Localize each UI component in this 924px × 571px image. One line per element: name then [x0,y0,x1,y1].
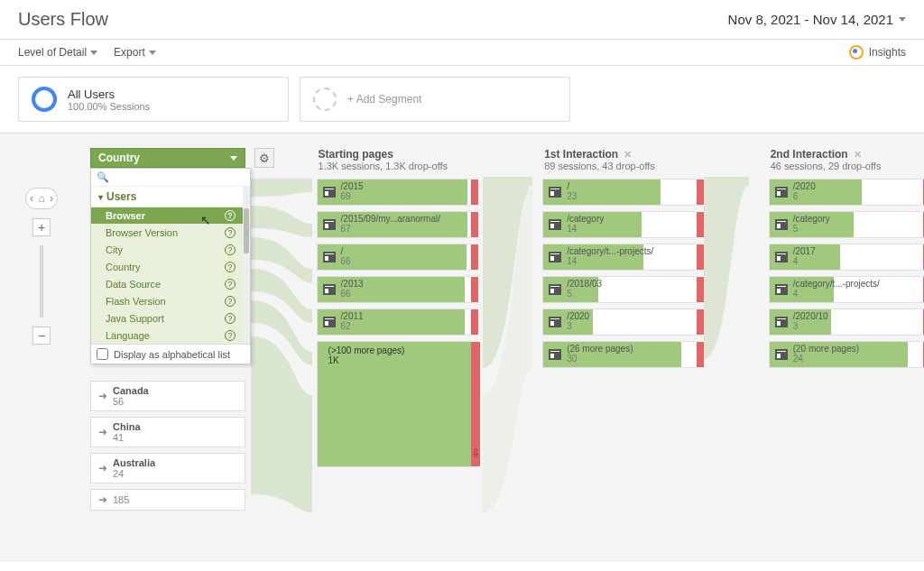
segment-name: All Users [68,87,150,101]
page-icon [775,187,788,198]
help-icon[interactable]: ? [225,262,236,272]
dimension-option-java-support[interactable]: Java Support? [91,309,243,327]
help-icon[interactable]: ? [225,313,236,324]
dropoff-indicator [471,309,478,335]
flow-node-more[interactable]: (20 more pages)24 [769,341,924,368]
dimension-option-city[interactable]: City? [91,241,243,258]
flow-node-more[interactable]: (26 more pages)30 [542,341,698,368]
help-icon[interactable]: ? [225,210,236,221]
dimension-settings-button[interactable]: ⚙ [254,148,274,168]
flow-node[interactable]: /66 [317,244,472,271]
export-dropdown[interactable]: Export [114,46,156,59]
dimension-option-browser-version[interactable]: Browser Version? [91,224,243,241]
dimension-value[interactable]: ➜Canada56 [90,381,245,411]
column-title: 2nd Interaction [771,148,848,161]
dimension-search-input[interactable] [113,172,245,183]
dimension-group-users[interactable]: Users [91,187,243,207]
add-segment-button[interactable]: + Add Segment [300,77,570,122]
flow-node[interactable]: /category/t...-projects/14 [542,244,698,271]
flow-canvas[interactable]: ‹ ⌂ › + − Country [0,133,924,562]
dimension-option-country[interactable]: Country? [91,258,243,275]
column-title: 1st Interaction [544,148,618,161]
arrow-icon: ➜ [98,462,107,474]
help-icon[interactable]: ? [225,244,236,255]
column-subtitle: 89 sessions, 43 drop-offs [544,161,698,171]
column-title: Starting pages [319,148,393,161]
arrow-icon: ➜ [98,493,107,506]
dropoff-indicator [697,277,704,302]
page-icon [549,187,561,198]
page-title: Users Flow [18,9,108,30]
flow-node[interactable]: /20174 [769,244,924,271]
page-icon [775,284,788,295]
flow-node[interactable]: /category5 [769,211,924,238]
dimension-option-flash-version[interactable]: Flash Version? [91,292,243,309]
dropoff-indicator [697,212,704,237]
flow-node[interactable]: /category14 [542,211,698,238]
arrow-icon: ➜ [98,426,107,438]
flow-node[interactable]: /category/t...-projects/4 [769,276,924,303]
page-icon [549,317,561,327]
flow-node[interactable]: /2018/035 [542,276,698,303]
dimension-option-language[interactable]: Language? [91,327,243,344]
level-of-detail-dropdown[interactable]: Level of Detail [18,46,97,59]
dropdown-scrollbar[interactable] [243,187,250,344]
page-icon [323,317,336,327]
date-range-picker[interactable]: Nov 8, 2021 - Nov 14, 2021 [728,12,906,27]
dropoff-indicator [471,244,478,270]
flow-node[interactable]: /201162 [317,309,472,336]
help-icon[interactable]: ? [225,227,236,238]
dimension-dropdown[interactable]: Country [90,148,245,168]
help-icon[interactable]: ? [225,296,236,307]
remove-column-button[interactable]: ✕ [854,149,862,161]
chevron-down-icon [899,17,906,22]
flow-node[interactable]: /23 [542,179,698,206]
dropoff-indicator [471,180,478,205]
column-subtitle: 46 sessions, 29 drop-offs [771,161,924,171]
dropoff-indicator [697,342,704,367]
dropoff-indicator [471,277,478,302]
remove-column-button[interactable]: ✕ [624,149,632,161]
page-icon [775,252,788,262]
page-icon [549,252,561,262]
page-icon [323,252,336,262]
dropoff-arrow-icon: ⇩ [471,447,480,459]
flow-node[interactable]: /2015/09/my...aranormal/67 [317,211,472,238]
flow-node[interactable]: /20206 [769,179,924,206]
alphabetical-label: Display as alphabetical list [114,349,230,360]
date-range-text: Nov 8, 2021 - Nov 14, 2021 [728,12,893,27]
help-icon[interactable]: ? [225,330,236,341]
dimension-option-browser[interactable]: Browser? [91,207,243,224]
dimension-value[interactable]: ➜185 [90,489,245,511]
flow-node[interactable]: /20203 [542,309,698,336]
insights-icon [849,45,864,60]
chevron-down-icon [149,51,156,55]
page-icon [323,187,336,198]
column-subtitle: 1.3K sessions, 1.3K drop-offs [319,161,472,171]
page-icon [775,317,788,327]
flow-node[interactable]: /2020/103 [769,309,924,336]
gear-icon: ⚙ [259,152,270,165]
dimension-value[interactable]: ➜China41 [90,417,245,447]
segment-subtitle: 100.00% Sessions [68,101,150,112]
dropoff-indicator [697,309,704,335]
dimension-dropdown-panel: 🔍 Users Browser?Browser Version?City?Cou… [90,168,251,364]
dropoff-indicator [471,212,478,237]
help-icon[interactable]: ? [225,279,236,290]
flow-node[interactable]: /201366 [317,276,472,303]
page-icon [549,349,561,360]
page-icon [775,349,788,360]
insights-button[interactable]: Insights [849,45,906,60]
flow-node[interactable]: /201569 [317,179,472,206]
flow-node-more[interactable]: ⇩(>100 more pages)1K [317,341,472,467]
segment-card-all-users[interactable]: All Users 100.00% Sessions [18,77,289,122]
page-icon [323,284,336,295]
arrow-icon: ➜ [98,390,107,402]
dropoff-indicator: ⇩ [471,342,480,466]
search-icon: 🔍 [97,171,109,183]
alphabetical-checkbox[interactable] [97,348,108,360]
chevron-down-icon [90,51,97,55]
dimension-option-data-source[interactable]: Data Source? [91,275,243,292]
page-icon [549,284,561,295]
dimension-value[interactable]: ➜Australia24 [90,453,245,484]
